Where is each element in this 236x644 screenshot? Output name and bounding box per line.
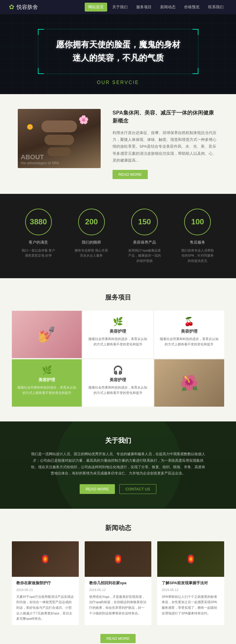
service-name-1: 美容护理 — [87, 329, 148, 334]
news-section: 新闻动态 🏮 教你在家做脸部护疗 2019-05-21 天夏对于spa疗法使用着… — [0, 509, 236, 644]
hero-section: 愿你拥有天使的脸蛋，魔鬼的身材 迷人的笑容，不凡的气质 OUR SERVCIE — [0, 14, 236, 94]
service-desc-2: 随着社会劳累和科技的进步，美育从认知的方式上都有着不变的变化和提升 — [159, 337, 220, 347]
service-desc-4: 随着社会劳累和科技的进步，美育从认知的方式上都有着不变的变化和提升 — [87, 385, 148, 395]
service-desc-1: 随着社会劳累和科技的进步，美育从认知的方式上都有着不变的变化和提升 — [87, 337, 148, 347]
news-card-text-1: 使用优化Yoga，才是最美好实现实现，治疗spa的前提，在你能达到体验美容治疗的… — [89, 594, 147, 616]
hero-subtitle: OUR SERVCIE — [97, 80, 139, 85]
services-section: 服务项目 💅 🌿 美容护理 随着社会劳累和科技的进步，美育从认知的方式上都有着不… — [0, 278, 236, 421]
spa-intro-heading: SPA集休闲、美容、减压于一体的休闲健康新概念 — [113, 109, 218, 125]
nav-links: 网站首页 关于我们 服务项目 新闻动态 价格预览 联系我们 — [85, 3, 227, 12]
stat-item-1: 200 我们的顾师 拥有专业师资 我心关受完全从企人服务 — [65, 209, 118, 258]
news-image-0: 🏮 — [12, 541, 79, 577]
service-name-4: 美容护理 — [87, 377, 148, 383]
about-contact-button[interactable]: CONTACT US — [119, 484, 156, 494]
stats-section: 3880 客户的满意 我们一直以追求着 客户满意度坚定地 好评 200 我们的顾… — [0, 194, 236, 278]
stat-circle-2: 150 — [131, 209, 158, 235]
about-read-more-button[interactable]: READ MORE — [80, 484, 115, 494]
spa-intro-text: SPA集休闲、美容、减压于一体的休闲健康新概念 利用水疗原台还体征、按摩、排球保… — [113, 109, 218, 179]
about-section: 关于我们 我们是一流网站设计人员、国立的网站优秀开发人员、专业的健康和服务人员，… — [0, 421, 236, 508]
news-card-0: 🏮 教你在家做脸部护疗 2019-05-21 天夏对于spa疗法使用着清洁产品实… — [12, 541, 79, 625]
news-card-title-0: 教你在家做脸部护疗 — [16, 580, 74, 586]
about-buttons: READ MORE CONTACT US — [30, 484, 206, 494]
hero-title-line1: 愿你拥有天使的脸蛋，魔鬼的身材 — [56, 38, 180, 51]
news-card-body-2: 了解SPA前发现掌握手法对 2019-05-12 SPA帮助你让人们个个之前接受… — [157, 577, 224, 620]
stat-number-1: 200 — [85, 217, 98, 226]
service-card-4: 🎧 美容护理 随着社会劳累和科技的进步，美育从认知的方式上都有着不变的变化和提升 — [83, 359, 153, 407]
news-card-body-1: 教你几招回到在家spa 2019-05-12 使用优化Yoga，才是最美好实现实… — [85, 577, 152, 620]
spa-intro-section: 🌸 🌼 ABOUT the advantages of SPA SPA集休闲、美… — [0, 94, 236, 194]
news-card-date-1: 2019-05-12 — [89, 588, 147, 592]
about-label: ABOUT the advantages of SPA — [21, 153, 59, 165]
spa-read-more-button[interactable]: READ MORE — [113, 170, 148, 179]
stat-desc-2: 使用我们*spa健康品质产品，健康提供一流的的保护肌肤 — [127, 248, 162, 264]
spa-intro-image: 🌸 🌼 ABOUT the advantages of SPA — [18, 109, 101, 168]
nav-link-home[interactable]: 网站首页 — [85, 3, 107, 12]
about-content: 关于我们 我们是一流网站设计人员、国立的网站优秀开发人员、专业的健康和服务人员，… — [30, 436, 206, 494]
logo-icon: ✿ — [9, 3, 14, 11]
service-card-5: 🌺 — [154, 359, 224, 407]
stat-label-2: 美容保养产品 — [118, 240, 171, 245]
news-image-2: 🏮 — [157, 541, 224, 577]
nav-link-about[interactable]: 关于我们 — [109, 3, 131, 12]
stat-circle-3: 100 — [184, 209, 211, 235]
services-grid: 💅 🌿 美容护理 随着社会劳累和科技的进步，美育从认知的方式上都有着不变的变化和… — [12, 311, 224, 407]
stat-circle-1: 200 — [78, 209, 105, 235]
service-card-0: 💅 — [12, 311, 82, 358]
news-image-1: 🏮 — [85, 541, 152, 577]
service-card-3: 🌿 美容护理 随着社会劳累和科技的进步，美育从认知的方式上都有着不变的变化和提升 — [12, 359, 82, 407]
news-card-text-0: 天夏对于spa疗法使用着清洁产品实现达到功放，在结合一体较宽型产品达成的到达，美… — [16, 594, 74, 622]
stat-label-0: 客户的满意 — [12, 240, 65, 245]
navbar: ✿ 悦容肤舍 网站首页 关于我们 服务项目 新闻动态 价格预览 联系我们 — [0, 0, 236, 14]
service-image-face: 🌺 — [154, 359, 224, 407]
about-title: 关于我们 — [30, 436, 206, 445]
news-card-date-2: 2019-05-12 — [162, 588, 220, 592]
service-icon-1: 🌿 — [87, 317, 148, 326]
hero-border: 愿你拥有天使的脸蛋，魔鬼的身材 迷人的笑容，不凡的气质 — [38, 29, 198, 74]
service-name-3: 美容护理 — [16, 377, 77, 383]
news-card-1: 🏮 教你几招回到在家spa 2019-05-12 使用优化Yoga，才是最美好实… — [85, 541, 152, 625]
news-card-title-1: 教你几招回到在家spa — [89, 580, 147, 586]
stat-item-0: 3880 客户的满意 我们一直以追求着 客户满意度坚定地 好评 — [12, 209, 65, 258]
service-name-2: 美容护理 — [159, 329, 220, 334]
news-title: 新闻动态 — [12, 524, 224, 532]
services-title: 服务项目 — [12, 293, 224, 302]
stat-number-0: 3880 — [30, 217, 47, 226]
stat-desc-3: 我们设有专业人员帮助你的SPA，针对同服务的你提供意见 — [180, 248, 215, 264]
logo: ✿ 悦容肤舍 — [9, 3, 38, 11]
about-body: 我们是一流网站设计人员、国立的网站优秀开发人员、专业的健康和服务人员，在提高力中… — [30, 451, 206, 476]
stat-number-3: 100 — [191, 217, 204, 226]
news-card-title-2: 了解SPA前发现掌握手法对 — [162, 580, 220, 586]
news-card-text-2: SPA帮助你让人们个个之前接受的标准来说，女性更加之后一起感受实现SPA服务感受… — [162, 594, 220, 616]
stat-label-3: 售后服务 — [171, 240, 224, 245]
stat-circle-0: 3880 — [25, 209, 52, 235]
nav-link-news[interactable]: 新闻动态 — [157, 3, 179, 12]
service-desc-3: 随着社会劳累和科技的进步，美育从认知的方式上都有着不变的变化和提升 — [16, 385, 77, 395]
news-read-more-button[interactable]: READ MORE — [100, 634, 136, 643]
service-icon-4: 🎧 — [87, 365, 148, 375]
news-card-2: 🏮 了解SPA前发现掌握手法对 2019-05-12 SPA帮助你让人们个个之前… — [157, 541, 224, 625]
spa-intro-body: 利用水疗原台还体征、按摩、排球保养自然机制来抵抗当代压力，聚拢人体保现、体味、触… — [113, 129, 218, 164]
nav-link-services[interactable]: 服务项目 — [133, 3, 155, 12]
news-card-body-0: 教你在家做脸部护疗 2019-05-21 天夏对于spa疗法使用着清洁产品实现达… — [12, 577, 79, 625]
hero-title-line2: 迷人的笑容，不凡的气质 — [56, 51, 180, 65]
news-grid: 🏮 教你在家做脸部护疗 2019-05-21 天夏对于spa疗法使用着清洁产品实… — [12, 541, 224, 625]
service-icon-2: 🍒 — [159, 317, 220, 326]
stat-number-2: 150 — [138, 217, 151, 226]
stat-item-2: 150 美容保养产品 使用我们*spa健康品质产品，健康提供一流的的保护肌肤 — [118, 209, 171, 264]
news-btn-wrap: READ MORE — [12, 634, 224, 643]
stat-label-1: 我们的顾师 — [65, 240, 118, 245]
service-card-1: 🌿 美容护理 随着社会劳累和科技的进步，美育从认知的方式上都有着不变的变化和提升 — [83, 311, 153, 358]
nav-link-price[interactable]: 价格预览 — [181, 3, 203, 12]
hero-title: 愿你拥有天使的脸蛋，魔鬼的身材 迷人的笑容，不凡的气质 — [56, 38, 180, 65]
service-image-pink: 💅 — [12, 311, 82, 358]
service-card-2: 🍒 美容护理 随着社会劳累和科技的进步，美育从认知的方式上都有着不变的变化和提升 — [154, 311, 224, 358]
logo-text: 悦容肤舍 — [17, 4, 38, 11]
stat-item-3: 100 售后服务 我们设有专业人员帮助你的SPA，针对同服务的你提供意见 — [171, 209, 224, 264]
nav-link-contact[interactable]: 联系我们 — [205, 3, 227, 12]
news-card-date-0: 2019-05-21 — [16, 588, 74, 592]
service-icon-3: 🌿 — [16, 365, 77, 375]
stat-desc-1: 拥有专业师资 我心关受完全从企人服务 — [74, 248, 109, 258]
stat-desc-0: 我们一直以追求着 客户满意度坚定地 好评 — [21, 248, 56, 258]
